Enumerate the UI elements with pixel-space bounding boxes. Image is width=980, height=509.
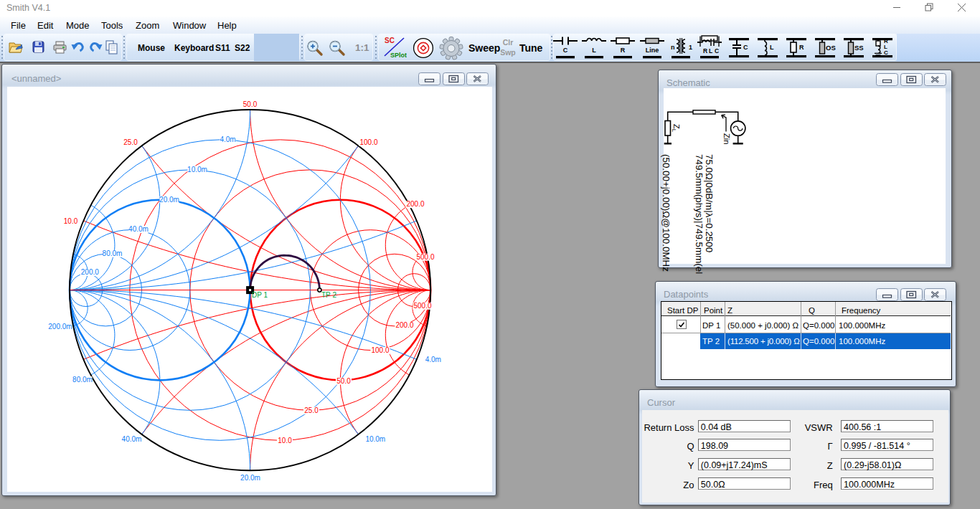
svg-text:50.0: 50.0 bbox=[336, 377, 351, 385]
svg-text:C: C bbox=[715, 47, 719, 54]
svg-text:25.0: 25.0 bbox=[304, 406, 319, 414]
svg-text:R: R bbox=[799, 44, 804, 51]
svg-text:4.0m: 4.0m bbox=[220, 135, 235, 143]
svg-text:L: L bbox=[770, 44, 774, 51]
svg-text:10.0m: 10.0m bbox=[365, 435, 385, 443]
svg-text:80.0m: 80.0m bbox=[72, 376, 93, 384]
svg-text:C: C bbox=[884, 49, 888, 56]
svg-text:Zin: Zin bbox=[722, 133, 731, 144]
svg-text:25.0: 25.0 bbox=[123, 138, 138, 146]
svg-text:200.0: 200.0 bbox=[406, 200, 424, 208]
svg-text:SC: SC bbox=[385, 37, 395, 44]
svg-text:L: L bbox=[709, 47, 712, 54]
svg-text:200.0m: 200.0m bbox=[48, 323, 72, 330]
svg-text:4.0m: 4.0m bbox=[425, 356, 441, 363]
svg-text:ZL: ZL bbox=[671, 124, 681, 133]
svg-text:10.0m: 10.0m bbox=[187, 166, 207, 173]
svg-text:80.0m: 80.0m bbox=[103, 249, 123, 257]
svg-text:R: R bbox=[621, 47, 626, 54]
svg-text:R: R bbox=[703, 47, 707, 54]
svg-text:OS: OS bbox=[826, 44, 836, 52]
svg-text:200.0: 200.0 bbox=[81, 268, 99, 276]
svg-text:500.0: 500.0 bbox=[413, 302, 431, 310]
svg-text:Line: Line bbox=[646, 47, 659, 54]
svg-text:SS: SS bbox=[854, 44, 864, 52]
svg-text:n: n bbox=[671, 44, 675, 51]
svg-text:100.0: 100.0 bbox=[371, 346, 389, 354]
svg-text:100.0: 100.0 bbox=[359, 138, 377, 146]
svg-text:20.0m: 20.0m bbox=[240, 474, 260, 482]
svg-text:1: 1 bbox=[689, 44, 692, 51]
svg-text:500.0: 500.0 bbox=[416, 253, 434, 261]
svg-text:40.0m: 40.0m bbox=[128, 225, 149, 233]
svg-text:10.0: 10.0 bbox=[278, 437, 292, 444]
svg-text:TP 2: TP 2 bbox=[321, 291, 336, 299]
svg-text:C: C bbox=[563, 47, 568, 54]
svg-text:SPlot: SPlot bbox=[390, 52, 407, 59]
svg-text:DP 1: DP 1 bbox=[252, 291, 268, 299]
svg-text:10.0: 10.0 bbox=[64, 217, 78, 225]
svg-text:C: C bbox=[743, 44, 748, 51]
svg-text:L: L bbox=[592, 47, 596, 54]
svg-text:40.0m: 40.0m bbox=[122, 435, 142, 443]
svg-text:50.0: 50.0 bbox=[243, 100, 258, 108]
svg-text:20.0m: 20.0m bbox=[159, 196, 179, 204]
svg-text:200.0: 200.0 bbox=[395, 321, 413, 329]
